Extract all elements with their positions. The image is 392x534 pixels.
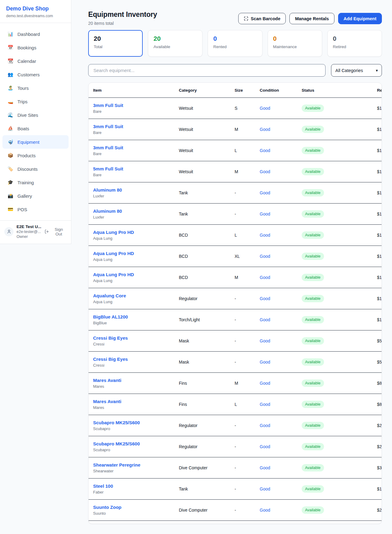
item-brand: Bare [93,130,179,135]
item-name-link[interactable]: 3mm Full Suit [93,145,179,150]
item-name-link[interactable]: Mares Avanti [93,399,179,404]
item-name-link[interactable]: Cressi Big Eyes [93,335,179,341]
item-condition-link[interactable]: Good [260,106,302,111]
item-condition-link[interactable]: Good [260,402,302,407]
item-condition-link[interactable]: Good [260,233,302,238]
brand-domain: demo.test.divestreams.com [6,14,65,18]
sidebar-item-tours[interactable]: 🏝️ Tours [2,81,69,95]
item-condition-link[interactable]: Good [260,317,302,322]
sidebar-item-trips[interactable]: 🚤 Trips [2,95,69,108]
status-badge: Available [302,401,324,408]
item-category: Wetsuit [179,169,235,174]
item-condition-link[interactable]: Good [260,190,302,195]
desert-island-icon: 🏝️ [7,85,14,91]
item-condition-link[interactable]: Good [260,381,302,386]
wave-icon: 🌊 [7,112,14,118]
sidebar-item-label: Calendar [17,59,36,64]
scan-barcode-button[interactable]: Scan Barcode [238,13,286,24]
brand-name: Demo Dive Shop [6,6,65,12]
stat-card-total[interactable]: 20 Total [88,30,143,57]
item-condition-link[interactable]: Good [260,486,302,491]
item-condition-link[interactable]: Good [260,465,302,470]
item-name-link[interactable]: Aqua Lung Pro HD [93,230,179,235]
sidebar-item-training[interactable]: 🎓 Training [2,176,69,189]
item-size: XL [235,254,260,259]
table-row: Aqua Lung Pro HD Aqua Lung BCD L Good Av… [89,225,382,246]
item-name-link[interactable]: Aqualung Core [93,293,179,298]
item-condition-link[interactable]: Good [260,338,302,343]
item-category: Tank [179,190,235,195]
item-category: Regulator [179,296,235,301]
item-name-link[interactable]: Shearwater Peregrine [93,462,179,467]
item-name-link[interactable]: Cressi Big Eyes [93,357,179,362]
item-condition-link[interactable]: Good [260,212,302,216]
item-rental-rate: $35.00/day [377,465,382,470]
item-rental-rate: $20.00/day [377,444,382,449]
item-rental-rate: $10.00/day [377,106,382,111]
item-size: M [235,169,260,174]
item-condition-link[interactable]: Good [260,360,302,364]
item-condition-link[interactable]: Good [260,275,302,280]
item-category: Wetsuit [179,127,235,132]
sidebar-item-calendar[interactable]: 📆 Calendar [2,54,69,68]
item-category: Wetsuit [179,106,235,111]
stat-card-rented[interactable]: 0 Rented [208,30,262,57]
sidebar-item-dashboard[interactable]: 📊 Dashboard [2,27,69,41]
sidebar-item-bookings[interactable]: 📅 Bookings [2,41,69,54]
item-condition-link[interactable]: Good [260,444,302,449]
sidebar-item-boats[interactable]: ⛵ Boats [2,122,69,135]
item-name-link[interactable]: Aqua Lung Pro HD [93,272,179,277]
item-name-link[interactable]: 5mm Full Suit [93,166,179,171]
item-condition-link[interactable]: Good [260,508,302,513]
item-category: BCD [179,254,235,259]
item-category: Tank [179,212,235,216]
category-select[interactable]: All Categories [331,64,382,77]
item-name-link[interactable]: Aluminum 80 [93,187,179,193]
people-icon: 👥 [7,72,14,77]
stat-card-retired[interactable]: 0 Retired [327,30,382,57]
sidebar-item-pos[interactable]: 💳 POS [2,203,69,216]
sidebar-nav: 📊 Dashboard 📅 Bookings 📆 Calendar 👥 Cust… [0,23,71,218]
item-name-link[interactable]: Mares Avanti [93,378,179,383]
item-condition-link[interactable]: Good [260,423,302,428]
item-name-link[interactable]: Suunto Zoop [93,505,179,510]
item-size: - [235,360,260,364]
sidebar-item-equipment[interactable]: 🤿 Equipment [2,135,69,149]
add-equipment-button[interactable]: Add Equipment [338,13,382,24]
table-row: 3mm Full Suit Bare Wetsuit M Good Availa… [89,119,382,140]
item-name-link[interactable]: Aqua Lung Pro HD [93,251,179,256]
stat-card-maintenance[interactable]: 0 Maintenance [268,30,322,57]
status-badge: Available [302,422,324,429]
item-brand: Faber [93,490,179,494]
sidebar-item-dive-sites[interactable]: 🌊 Dive Sites [2,108,69,122]
manage-rentals-button[interactable]: Manage Rentals [289,13,334,24]
stat-card-available[interactable]: 20 Available [148,30,202,57]
item-condition-link[interactable]: Good [260,296,302,301]
sign-out-button[interactable]: Sign Out [44,227,67,236]
item-name-link[interactable]: Aluminum 80 [93,208,179,214]
search-input[interactable] [88,64,326,77]
item-size: L [235,233,260,238]
credit-card-icon: 💳 [7,207,14,212]
item-name-link[interactable]: Scubapro MK25/S600 [93,420,179,425]
table-row: Aqualung Core Aqua Lung Regulator - Good… [89,288,382,309]
sidebar-item-discounts[interactable]: 🏷️ Discounts [2,162,69,176]
user-email: e2e-tester@... [17,230,44,234]
sidebar-item-gallery[interactable]: 📸 Gallery [2,189,69,203]
sidebar-item-customers[interactable]: 👥 Customers [2,68,69,81]
table-row: 3mm Full Suit Bare Wetsuit S Good Availa… [89,98,382,119]
item-condition-link[interactable]: Good [260,127,302,132]
items-total-count: 20 items total [88,21,157,26]
item-name-link[interactable]: Scubapro MK25/S600 [93,441,179,446]
item-condition-link[interactable]: Good [260,254,302,259]
page-header: Equipment Inventory 20 items total Scan … [88,10,382,26]
item-name-link[interactable]: BigBlue AL1200 [93,314,179,319]
item-name-link[interactable]: 3mm Full Suit [93,103,179,108]
package-icon: 📦 [7,153,14,158]
sidebar-item-products[interactable]: 📦 Products [2,149,69,162]
item-condition-link[interactable]: Good [260,148,302,153]
status-badge: Available [302,189,324,196]
item-condition-link[interactable]: Good [260,169,302,174]
item-name-link[interactable]: 3mm Full Suit [93,124,179,129]
item-name-link[interactable]: Steel 100 [93,483,179,489]
